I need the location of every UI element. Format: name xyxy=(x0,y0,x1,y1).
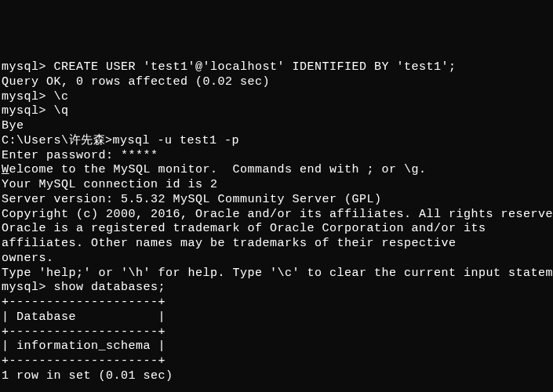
table-border-top: +--------------------+ xyxy=(2,296,553,310)
bye-msg: Bye xyxy=(2,119,553,134)
shell-cmd: mysql -u test1 -p xyxy=(113,134,240,147)
mysql-prompt: mysql> xyxy=(2,60,54,74)
trademark-2: affiliates. Other names may be trademark… xyxy=(2,237,553,252)
table-border-mid: +--------------------+ xyxy=(2,325,553,340)
table-border-bottom: +--------------------+ xyxy=(2,354,553,369)
server-version: Server version: 5.5.32 MySQL Community S… xyxy=(2,193,553,208)
shell-cmd-mysql-login: C:\Users\许先森>mysql -u test1 -p xyxy=(2,134,553,149)
trademark-1: Oracle is a registered trademark of Orac… xyxy=(2,222,553,237)
cmd-line-create-user: mysql> CREATE USER 'test1'@'localhost' I… xyxy=(2,60,553,75)
connection-id: Your MySQL connection id is 2 xyxy=(2,178,553,193)
shell-prompt: C:\Users\许先森> xyxy=(2,134,113,147)
welcome-msg: Welcome to the MySQL monitor. Commands e… xyxy=(2,163,553,178)
cmd-show-databases: mysql> show databases; xyxy=(2,281,553,296)
copyright: Copyright (c) 2000, 2016, Oracle and/or … xyxy=(2,208,553,223)
cmd-clear: mysql> \c xyxy=(2,90,553,105)
sql-cmd: show databases; xyxy=(54,281,166,294)
rows-in-set: 1 row in set (0.01 sec) xyxy=(2,369,553,384)
welcome-rest: elcome to the MySQL monitor. Commands en… xyxy=(9,163,427,176)
help-msg: Type 'help;' or '\h' for help. Type '\c'… xyxy=(2,267,553,281)
table-header: | Database | xyxy=(2,310,553,325)
trademark-3: owners. xyxy=(2,252,553,267)
mysql-prompt: mysql> xyxy=(2,281,54,294)
cmd-quit: mysql> \q xyxy=(2,104,553,119)
cursor-char: W xyxy=(2,163,9,176)
sql-cmd: CREATE USER 'test1'@'localhost' IDENTIFI… xyxy=(54,60,457,74)
password-prompt: Enter password: ***** xyxy=(2,149,553,164)
terminal-output[interactable]: mysql> CREATE USER 'test1'@'localhost' I… xyxy=(2,60,553,384)
table-row: | information_schema | xyxy=(2,339,553,354)
query-ok: Query OK, 0 rows affected (0.02 sec) xyxy=(2,75,553,90)
